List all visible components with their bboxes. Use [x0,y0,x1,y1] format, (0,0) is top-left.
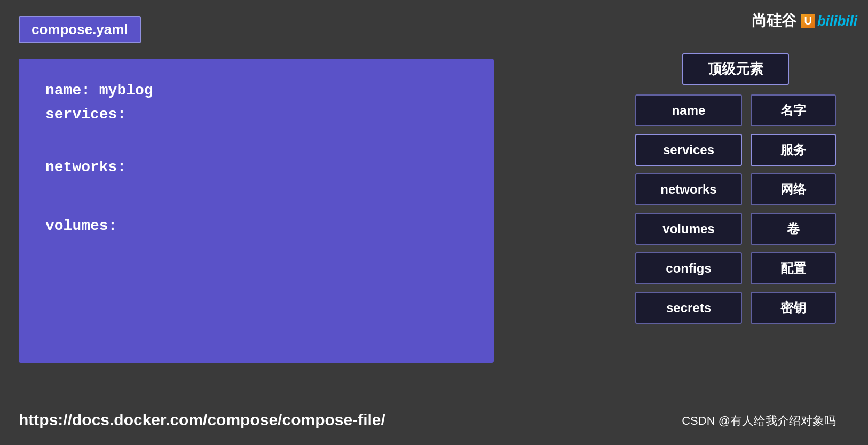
bilibili-logo: U bilibili [801,13,857,29]
csdn-credit: CSDN @有人给我介绍对象吗 [682,413,836,429]
label-name-key: name [635,94,742,126]
brand-text: 尚硅谷 [752,11,796,31]
label-volumes-key: volumes [635,213,742,245]
label-secrets-key: secrets [635,292,742,324]
compose-yaml-label: compose.yaml [19,16,141,43]
bilibili-text: bilibili [817,13,857,29]
label-configs-key: configs [635,252,742,284]
code-line-volumes: volumes: [45,216,467,236]
label-name-value: 名字 [751,94,836,126]
code-block: name: myblog services: networks: volumes… [19,59,494,363]
code-line-networks: networks: [45,157,467,178]
label-secrets-value: 密钥 [751,292,836,324]
labels-grid: name 名字 services 服务 networks 网络 volumes … [635,94,836,324]
label-networks-key: networks [635,173,742,205]
label-services-key: services [635,134,742,166]
label-volumes-value: 卷 [751,213,836,245]
logo-area: 尚硅谷 U bilibili [752,11,857,31]
right-panel: 顶级元素 name 名字 services 服务 networks 网络 vol… [635,53,836,324]
code-line-name: name: myblog [45,80,467,101]
label-configs-value: 配置 [751,252,836,284]
label-networks-value: 网络 [751,173,836,205]
docker-url: https://docs.docker.com/compose/compose-… [19,411,385,429]
top-level-header: 顶级元素 [682,53,789,85]
label-services-value: 服务 [751,134,836,166]
bilibili-u-icon: U [801,14,815,28]
code-line-services: services: [45,104,467,125]
